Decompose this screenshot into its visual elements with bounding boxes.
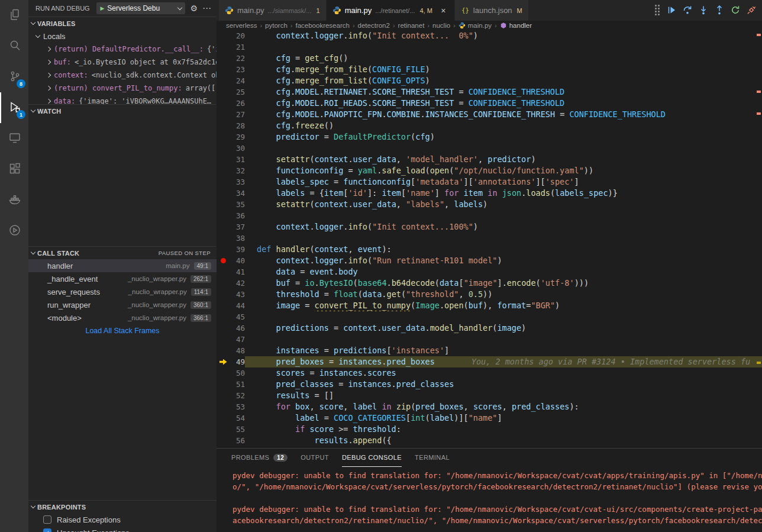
stack-frame[interactable]: serve_requests_nuclio_wrapper.py114:1 xyxy=(28,285,217,298)
panel-tab-terminal[interactable]: TERMINAL xyxy=(415,449,450,467)
line-number[interactable]: 33 xyxy=(230,176,245,188)
line-number[interactable]: 37 xyxy=(230,221,245,233)
line-number[interactable]: 35 xyxy=(230,199,245,210)
line-number[interactable]: 46 xyxy=(230,323,245,334)
breadcrumb-item[interactable]: detectron2 xyxy=(358,22,390,29)
code-text[interactable]: cfg = get_cfg() xyxy=(245,53,762,64)
breadcrumb-item[interactable]: main.py xyxy=(459,22,492,29)
line-number[interactable]: 30 xyxy=(230,143,245,154)
line-number[interactable]: 36 xyxy=(230,210,245,221)
checkbox[interactable]: ✓ xyxy=(43,528,51,532)
start-debug-icon[interactable]: ▶ xyxy=(100,5,104,11)
code-text[interactable]: labels_spec = functionconfig['metadata']… xyxy=(245,176,762,188)
breakpoint-row[interactable]: Raised Exceptions xyxy=(28,513,217,526)
breakpoint-margin[interactable] xyxy=(217,188,230,199)
variables-section-header[interactable]: VARIABLES xyxy=(28,17,217,30)
disconnect-button[interactable] xyxy=(745,4,757,16)
breakpoint-margin[interactable] xyxy=(217,367,230,379)
line-number[interactable]: 53 xyxy=(230,401,245,412)
breakpoint-margin[interactable] xyxy=(217,233,230,244)
line-number[interactable]: 26 xyxy=(230,98,245,109)
watch-section-header[interactable]: WATCH xyxy=(28,104,217,117)
line-number[interactable]: 22 xyxy=(230,53,245,64)
variable-row[interactable]: data:{'image': 'iVBORw0KG…AAAANSUhE… xyxy=(28,95,217,104)
code-text[interactable]: if score >= threshold: xyxy=(245,424,762,435)
restart-button[interactable] xyxy=(729,4,741,16)
line-number[interactable]: 31 xyxy=(230,154,245,165)
code-text[interactable]: def handler(context, event): xyxy=(245,244,762,255)
breakpoint-margin[interactable] xyxy=(217,199,230,210)
breakpoint-margin[interactable] xyxy=(217,120,230,131)
line-number[interactable]: 52 xyxy=(230,390,245,401)
breakpoint-margin[interactable] xyxy=(217,98,230,109)
breakpoint-margin[interactable] xyxy=(217,278,230,289)
code-text[interactable]: results.append({ xyxy=(245,435,762,446)
line-number[interactable]: 54 xyxy=(230,412,245,424)
breakpoint-margin[interactable] xyxy=(217,435,230,446)
code-text[interactable]: context.logger.info("Init context...100%… xyxy=(245,221,762,233)
step-into-button[interactable] xyxy=(698,4,709,16)
breakpoint-margin[interactable] xyxy=(217,143,230,154)
code-text[interactable]: context.logger.info("Init context... 0%"… xyxy=(245,30,762,41)
line-number[interactable]: 49 xyxy=(230,356,245,367)
line-number[interactable]: 29 xyxy=(230,131,245,143)
toolbar-grip-icon[interactable] xyxy=(655,5,660,15)
code-text[interactable] xyxy=(245,334,762,345)
breakpoint-margin[interactable] xyxy=(217,41,230,53)
breadcrumb-item[interactable]: pytorch xyxy=(265,22,288,29)
line-number[interactable]: 25 xyxy=(230,86,245,98)
breakpoint-margin[interactable] xyxy=(217,345,230,356)
checkbox[interactable] xyxy=(43,515,51,524)
code-text[interactable]: labels = {item['id']: item['name'] for i… xyxy=(245,188,762,199)
code-text[interactable] xyxy=(245,311,762,323)
line-number[interactable]: 42 xyxy=(230,278,245,289)
line-number[interactable]: 50 xyxy=(230,367,245,379)
line-number[interactable]: 39 xyxy=(230,244,245,255)
breakpoints-section-header[interactable]: BREAKPOINTS xyxy=(28,500,217,513)
breakpoint-margin[interactable] xyxy=(217,266,230,278)
code-text[interactable]: instances = predictions['instances'] xyxy=(245,345,762,356)
load-all-stack-frames-link[interactable]: Load All Stack Frames xyxy=(28,324,217,337)
line-number[interactable]: 40 xyxy=(230,255,245,266)
line-number[interactable]: 32 xyxy=(230,165,245,176)
line-number[interactable]: 41 xyxy=(230,266,245,278)
breakpoint-margin[interactable] xyxy=(217,165,230,176)
breakpoint-margin[interactable] xyxy=(217,53,230,64)
breakpoint-margin[interactable] xyxy=(217,131,230,143)
breadcrumb-item[interactable]: serverless xyxy=(226,22,257,29)
code-text[interactable]: results = [] xyxy=(245,390,762,401)
breakpoint-margin[interactable] xyxy=(217,109,230,120)
breakpoint-margin[interactable] xyxy=(217,356,230,367)
gear-icon[interactable]: ⚙ xyxy=(190,4,198,13)
code-text[interactable]: pred_boxes = instances.pred_boxesYou, 2 … xyxy=(245,356,762,367)
breakpoint-margin[interactable] xyxy=(217,311,230,323)
line-number[interactable]: 43 xyxy=(230,289,245,300)
line-number[interactable]: 47 xyxy=(230,334,245,345)
code-text[interactable]: functionconfig = yaml.safe_load(open("/o… xyxy=(245,165,762,176)
breakpoint-margin[interactable] xyxy=(217,379,230,390)
breadcrumb-item[interactable]: retinanet xyxy=(398,22,425,29)
panel-tab-problems[interactable]: PROBLEMS12 xyxy=(231,449,288,467)
code-text[interactable]: pred_classes = instances.pred_classes xyxy=(245,379,762,390)
line-number[interactable]: 38 xyxy=(230,233,245,244)
line-number[interactable]: 55 xyxy=(230,424,245,435)
activity-item-run-debug[interactable]: 1 xyxy=(0,92,28,123)
breakpoint-margin[interactable] xyxy=(217,289,230,300)
breakpoint-margin[interactable] xyxy=(217,424,230,435)
more-actions-icon[interactable]: ⋯ xyxy=(202,3,212,14)
breakpoint-margin[interactable] xyxy=(217,210,230,221)
code-text[interactable]: cfg.MODEL.ROI_HEADS.SCORE_THRESH_TEST = … xyxy=(245,98,762,109)
line-number[interactable]: 21 xyxy=(230,41,245,53)
stack-frame[interactable]: _handle_event_nuclio_wrapper.py262:1 xyxy=(28,272,217,285)
activity-item-search[interactable] xyxy=(0,31,28,62)
breakpoint-dot[interactable] xyxy=(221,258,226,263)
code-text[interactable]: cfg.merge_from_list(CONFIG_OPTS) xyxy=(245,75,762,86)
breakpoint-margin[interactable] xyxy=(217,30,230,41)
line-number[interactable]: 20 xyxy=(230,30,245,41)
line-number[interactable]: 48 xyxy=(230,345,245,356)
line-number[interactable]: 28 xyxy=(230,120,245,131)
scope-locals[interactable]: Locals xyxy=(28,30,217,43)
step-out-button[interactable] xyxy=(713,4,725,16)
activity-item-extensions[interactable] xyxy=(0,154,28,185)
code-text[interactable]: buf = io.BytesIO(base64.b64decode(data["… xyxy=(245,278,762,289)
